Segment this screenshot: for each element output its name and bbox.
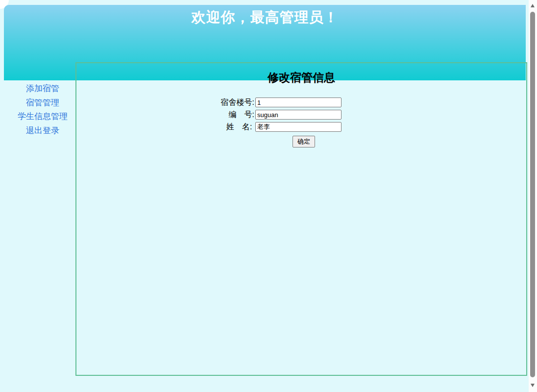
submit-row: 确定 — [293, 136, 343, 147]
page-background: 欢迎你，最高管理员！ 添加宿管 宿管管理 学生信息管理 退出登录 修改宿管信息 … — [0, 0, 537, 392]
scrollbar-down-arrow-icon[interactable] — [531, 384, 535, 387]
manager-name-row: 姓 名: — [208, 122, 343, 132]
panel-title: 修改宿管信息 — [76, 63, 526, 85]
sidebar-item-add-manager[interactable]: 添加宿管 — [5, 82, 80, 96]
scrollbar-thumb[interactable] — [530, 12, 535, 377]
vertical-scrollbar[interactable] — [529, 0, 537, 392]
sidebar-item-logout[interactable]: 退出登录 — [5, 124, 80, 138]
edit-manager-form: 宿舍楼号: 编 号: 姓 名: 确定 — [208, 98, 343, 147]
welcome-title: 欢迎你，最高管理员！ — [4, 5, 526, 27]
manager-name-label: 姓 名: — [208, 122, 255, 132]
edit-manager-panel: 修改宿管信息 宿舍楼号: 编 号: 姓 名: 确定 — [75, 62, 527, 376]
manager-id-row: 编 号: — [208, 110, 343, 120]
building-number-label: 宿舍楼号: — [208, 98, 255, 108]
building-number-input[interactable] — [255, 98, 342, 107]
building-number-row: 宿舍楼号: — [208, 98, 343, 107]
manager-name-input[interactable] — [255, 122, 342, 132]
scrollbar-up-arrow-icon[interactable] — [531, 4, 535, 7]
sidebar-item-manager-management[interactable]: 宿管管理 — [5, 96, 80, 110]
manager-id-label: 编 号: — [208, 110, 255, 120]
confirm-button[interactable]: 确定 — [293, 136, 315, 147]
sidebar-nav: 添加宿管 宿管管理 学生信息管理 退出登录 — [5, 82, 80, 138]
manager-id-input[interactable] — [255, 110, 342, 120]
sidebar-item-student-info-management[interactable]: 学生信息管理 — [5, 110, 80, 124]
